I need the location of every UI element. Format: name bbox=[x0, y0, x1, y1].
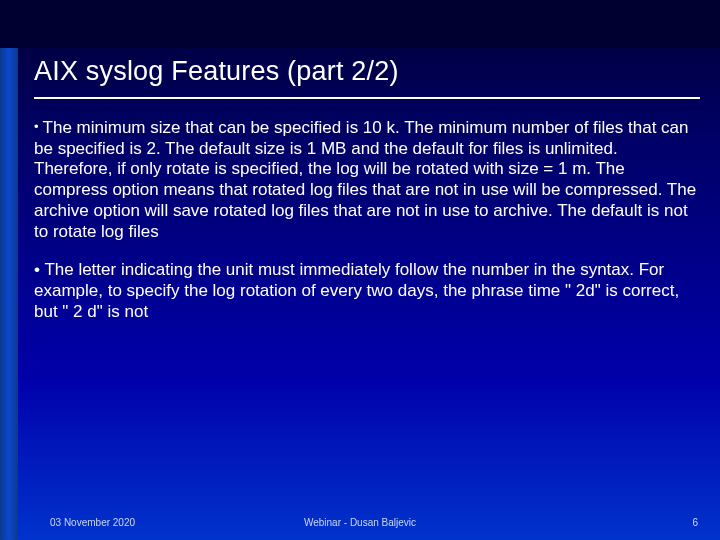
left-accent-bar bbox=[0, 48, 18, 540]
bullet-dot-icon: • bbox=[34, 119, 39, 134]
title-area: AIX syslog Features (part 2/2) bbox=[34, 56, 700, 99]
bullet-text: The minimum size that can be specified i… bbox=[34, 118, 696, 241]
slide-footer: 03 November 2020 Webinar - Dusan Baljevi… bbox=[0, 517, 720, 528]
bullet-text: The letter indicating the unit must imme… bbox=[34, 260, 679, 320]
slide-title: AIX syslog Features (part 2/2) bbox=[34, 56, 700, 87]
title-underline bbox=[34, 97, 700, 99]
footer-center: Webinar - Dusan Baljevic bbox=[304, 517, 416, 528]
slide-body: •The minimum size that can be specified … bbox=[34, 118, 700, 341]
bullet-item: •The minimum size that can be specified … bbox=[34, 118, 700, 242]
footer-date: 03 November 2020 bbox=[50, 517, 135, 528]
top-bar bbox=[0, 0, 720, 48]
footer-page-number: 6 bbox=[692, 517, 698, 528]
bullet-dot-icon: • bbox=[34, 260, 44, 279]
bullet-item: • The letter indicating the unit must im… bbox=[34, 260, 700, 322]
